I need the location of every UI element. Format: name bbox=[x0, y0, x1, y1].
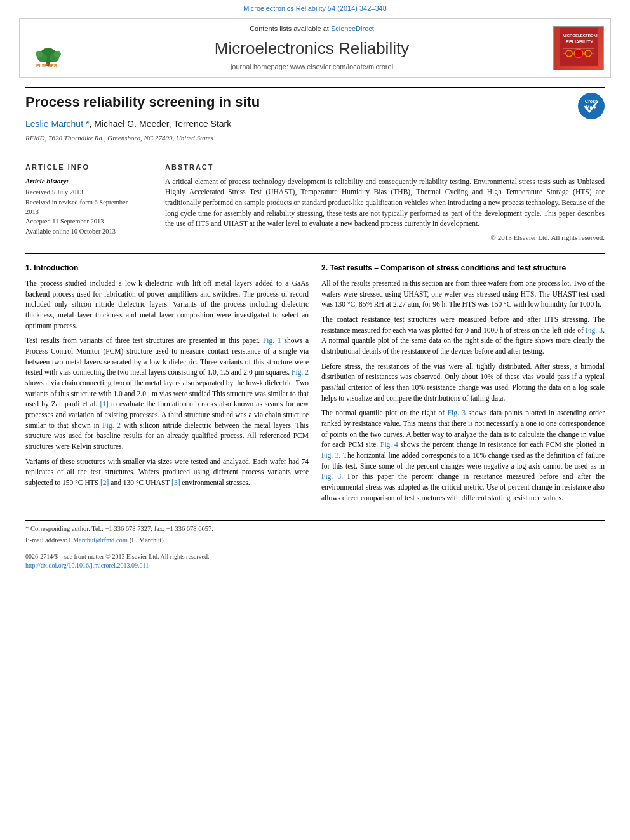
info-abstract-row: ARTICLE INFO Article history: Received 5… bbox=[25, 163, 605, 243]
fig2-link[interactable]: Fig. 2 bbox=[292, 368, 309, 376]
journal-ref-bar: Microelectronics Reliability 54 (2014) 3… bbox=[0, 0, 630, 15]
article-history: Article history: Received 5 July 2013 Re… bbox=[25, 177, 142, 237]
abstract-text: A critical element of process technology… bbox=[165, 177, 605, 229]
journal-ref-text: Microelectronics Reliability 54 (2014) 3… bbox=[243, 4, 387, 12]
body-col-right: 2. Test results – Comparison of stress c… bbox=[321, 263, 605, 507]
abstract-section: ABSTRACT A critical element of process t… bbox=[165, 163, 605, 243]
svg-point-5 bbox=[54, 51, 61, 57]
journal-title-main: Microelectronics Reliability bbox=[70, 37, 553, 60]
svg-point-12 bbox=[574, 49, 583, 58]
body-col-left: 1. Introduction The process studied incl… bbox=[25, 263, 309, 507]
svg-text:RELIABILITY: RELIABILITY bbox=[566, 39, 593, 44]
abstract-title: ABSTRACT bbox=[165, 163, 605, 172]
elsevier-tree-icon: ELSEVIER bbox=[32, 42, 64, 67]
svg-text:MICROELECTRONICS: MICROELECTRONICS bbox=[563, 34, 598, 37]
journal-header-center: Contents lists available at ScienceDirec… bbox=[70, 24, 553, 72]
fig3c-link[interactable]: Fig. 3 bbox=[321, 451, 339, 459]
journal-header-box: ELSEVIER Contents lists available at Sci… bbox=[19, 18, 611, 77]
fig1-link[interactable]: Fig. 1 bbox=[263, 337, 281, 344]
title-divider bbox=[25, 156, 605, 156]
article-title-block: Process reliability screening in situ Le… bbox=[25, 93, 260, 151]
section1-p2: Test results from variants of three test… bbox=[25, 335, 309, 451]
sciencedirect-link[interactable]: ScienceDirect bbox=[331, 25, 374, 32]
affiliation: RFMD, 7628 Thorndike Rd., Greensboro, NC… bbox=[25, 133, 260, 143]
section2-p1: All of the results presented in this sec… bbox=[321, 278, 605, 310]
header-divider bbox=[25, 87, 605, 88]
contents-link: Contents lists available at ScienceDirec… bbox=[70, 24, 553, 34]
fig3b-link[interactable]: Fig. 3 bbox=[448, 409, 466, 417]
footnote-col: * Corresponding author. Tel.: +1 336 678… bbox=[25, 524, 605, 547]
authors-line: Leslie Marchut *, Michael G. Meeder, Ter… bbox=[25, 118, 260, 131]
footer-doi-link[interactable]: http://dx.doi.org/10.1016/j.microrel.201… bbox=[25, 562, 149, 569]
received-date: Received 5 July 2013 bbox=[25, 188, 142, 197]
svg-point-4 bbox=[36, 51, 43, 57]
article-info-title: ARTICLE INFO bbox=[25, 163, 142, 172]
footer-issn: 0026-2714/$ – see front matter © 2013 El… bbox=[25, 552, 605, 561]
section1-p3: Variants of these structures with smalle… bbox=[25, 457, 309, 488]
article-footnote: * Corresponding author. Tel.: +1 336 678… bbox=[25, 520, 605, 547]
section2-heading: 2. Test results – Comparison of stress c… bbox=[321, 263, 605, 274]
body-columns: 1. Introduction The process studied incl… bbox=[25, 263, 605, 507]
section1-p1: The process studied included a low-k die… bbox=[25, 278, 309, 331]
footnote-email-link[interactable]: LMarchut@rfmd.com bbox=[69, 537, 128, 543]
journal-homepage: journal homepage: www.elsevier.com/locat… bbox=[70, 62, 553, 72]
abstract-divider bbox=[25, 253, 605, 254]
author-meeder: Michael G. Meeder, Terrence Stark bbox=[94, 119, 231, 129]
footnote-email-label: E-mail address: bbox=[25, 537, 67, 543]
received-revised-date: Received in revised form 6 September 201… bbox=[25, 198, 142, 217]
section2-p4: The normal quantile plot on the right of… bbox=[321, 408, 605, 503]
crossmark-badge[interactable]: Cross Mark bbox=[578, 93, 605, 119]
copyright: © 2013 Elsevier Ltd. All rights reserved… bbox=[165, 233, 605, 243]
fig3a-link[interactable]: Fig. 3 bbox=[586, 326, 603, 334]
footnote-email-line: E-mail address: LMarchut@rfmd.com (L. Ma… bbox=[25, 536, 605, 545]
article-info-section: ARTICLE INFO Article history: Received 5… bbox=[25, 163, 152, 243]
section2-p3: Before stress, the resistances of the vi… bbox=[321, 361, 605, 404]
ref3-link[interactable]: [3] bbox=[171, 479, 180, 486]
fig2b-link[interactable]: Fig. 2 bbox=[102, 422, 121, 429]
fig3d-link[interactable]: Fig. 3 bbox=[321, 472, 341, 480]
title-crossmark-row: Process reliability screening in situ Le… bbox=[25, 93, 605, 151]
footnote-star: * Corresponding author. Tel.: +1 336 678… bbox=[25, 524, 605, 534]
article-history-label: Article history: bbox=[25, 177, 142, 186]
elsevier-logo: ELSEVIER bbox=[26, 29, 70, 67]
available-date: Available online 10 October 2013 bbox=[25, 227, 142, 237]
author-marchut[interactable]: Leslie Marchut * bbox=[25, 119, 89, 129]
journal-logo-right: MICROELECTRONICS RELIABILITY bbox=[553, 26, 604, 70]
fig4-link[interactable]: Fig. 4 bbox=[380, 441, 398, 448]
accepted-date: Accepted 11 September 2013 bbox=[25, 217, 142, 227]
svg-text:ELSEVIER: ELSEVIER bbox=[36, 63, 57, 67]
article-container: Process reliability screening in situ Le… bbox=[0, 87, 630, 547]
section2-p2: The contact resistance test structures w… bbox=[321, 314, 605, 357]
footer-bottom: 0026-2714/$ – see front matter © 2013 El… bbox=[0, 547, 630, 573]
section1-heading: 1. Introduction bbox=[25, 263, 309, 274]
ref2-link[interactable]: [2] bbox=[100, 479, 109, 486]
ref1-link[interactable]: [1] bbox=[100, 400, 108, 408]
journal-logo-text: MICROELECTRONICS RELIABILITY bbox=[560, 28, 598, 68]
article-title: Process reliability screening in situ bbox=[25, 93, 260, 112]
footnote-email-note: (L. Marchut). bbox=[130, 537, 166, 543]
